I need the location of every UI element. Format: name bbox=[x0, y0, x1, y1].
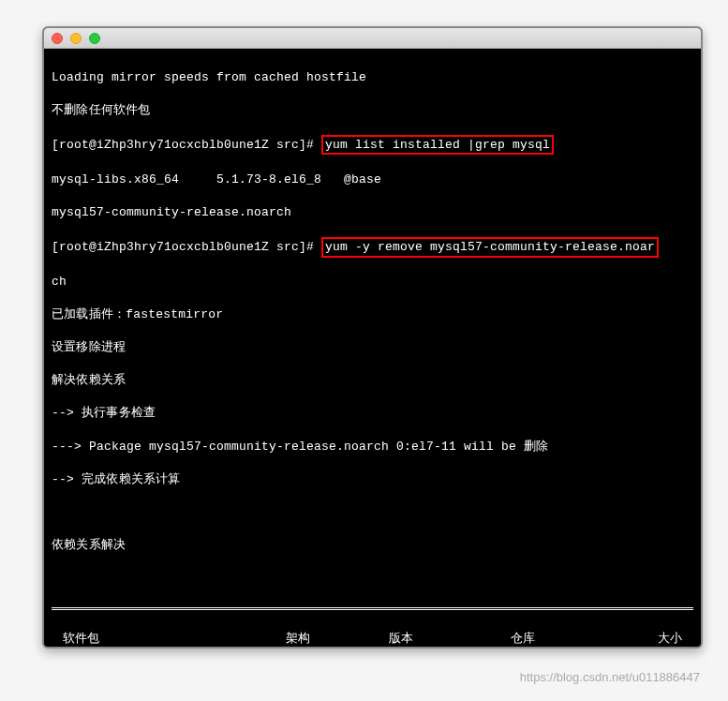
output-line: mysql57-community-release.noarch bbox=[52, 204, 693, 221]
prompt-line: [root@iZhp3hry71ocxcblb0une1Z src]# yum … bbox=[52, 135, 693, 156]
prompt: [root@iZhp3hry71ocxcblb0une1Z src]# bbox=[52, 138, 321, 152]
output-line: ---> Package mysql57-community-release.n… bbox=[52, 439, 693, 455]
output-line: 依赖关系解决 bbox=[52, 537, 693, 554]
output-line: 已加载插件：fastestmirror bbox=[52, 306, 693, 323]
output-line: Loading mirror speeds from cached hostfi… bbox=[52, 69, 693, 86]
watermark-text: https://blog.csdn.net/u011886447 bbox=[520, 670, 700, 684]
output-line: 解决依赖关系 bbox=[52, 372, 693, 389]
close-icon[interactable] bbox=[52, 33, 63, 44]
output-line: --> 执行事务检查 bbox=[52, 405, 693, 422]
blank-line bbox=[52, 570, 693, 587]
col-header-version: 版本 bbox=[389, 631, 511, 648]
output-line: 设置移除进程 bbox=[52, 339, 693, 356]
col-header-arch: 架构 bbox=[286, 631, 389, 648]
blank-line bbox=[52, 504, 693, 521]
output-line: 不删除任何软件包 bbox=[52, 102, 693, 119]
col-header-package: 软件包 bbox=[52, 631, 286, 648]
minimize-icon[interactable] bbox=[70, 33, 82, 44]
maximize-icon[interactable] bbox=[89, 33, 100, 44]
prompt: [root@iZhp3hry71ocxcblb0une1Z src]# bbox=[52, 240, 321, 254]
col-header-repo: 仓库 bbox=[511, 631, 642, 648]
command-highlight: yum -y remove mysql57-community-release.… bbox=[321, 237, 659, 258]
col-header-size: 大小 bbox=[642, 631, 693, 648]
output-line: ch bbox=[52, 274, 693, 291]
command-highlight: yum list installed |grep mysql bbox=[321, 135, 554, 156]
terminal-window: Loading mirror speeds from cached hostfi… bbox=[42, 26, 703, 649]
output-line: --> 完成依赖关系计算 bbox=[52, 471, 693, 488]
table-header-row: 软件包 架构 版本 仓库 大小 bbox=[52, 631, 693, 648]
prompt-line: [root@iZhp3hry71ocxcblb0une1Z src]# yum … bbox=[52, 237, 693, 258]
output-line: mysql-libs.x86_64 5.1.73-8.el6_8 @base bbox=[52, 172, 693, 188]
window-titlebar bbox=[44, 28, 701, 49]
terminal-content[interactable]: Loading mirror speeds from cached hostfi… bbox=[44, 49, 701, 649]
divider-double bbox=[52, 607, 693, 610]
